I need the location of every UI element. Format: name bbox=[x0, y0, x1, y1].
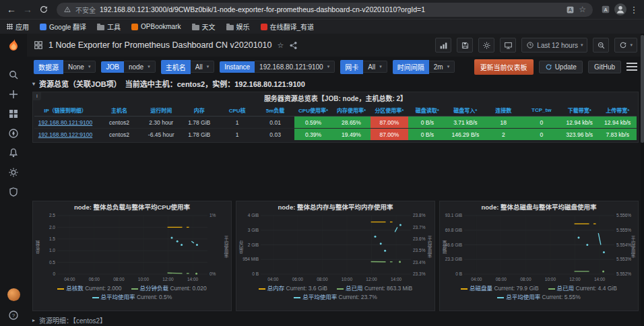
svg-text:23.5%: 23.5% bbox=[413, 248, 426, 253]
bookmark-item[interactable]: OPBookmark bbox=[131, 23, 181, 30]
svg-text:93.1 GiB: 93.1 GiB bbox=[445, 213, 462, 218]
bookmark-item[interactable]: 天文 bbox=[192, 22, 216, 32]
table-header-cell[interactable]: 分区使用率* bbox=[371, 104, 408, 117]
scrollbar-thumb[interactable] bbox=[641, 35, 644, 143]
variable-value-dropdown[interactable]: 2m▾ bbox=[429, 61, 455, 73]
row-resource-overview[interactable]: ▾ 资源总览（关联JOB项） 当前选中主机：centos2，实例：192.168… bbox=[32, 77, 639, 90]
legend-item[interactable]: 总磁盘量 Current: 79.9 GiB bbox=[461, 284, 539, 293]
add-panel-button[interactable] bbox=[435, 38, 451, 53]
refresh-button[interactable]: ▾ bbox=[614, 38, 637, 53]
legend-item[interactable]: 总平均使用率 Current: 0.5% bbox=[92, 293, 172, 302]
table-header-cell[interactable]: 连接数 bbox=[484, 104, 522, 117]
update-button[interactable]: Update bbox=[539, 61, 583, 73]
bookmark-star-icon[interactable]: ☆ bbox=[579, 5, 586, 14]
table-cell: 0.03 bbox=[256, 129, 294, 141]
bookmark-item[interactable]: 工具 bbox=[97, 22, 121, 32]
svg-text:954 MiB: 954 MiB bbox=[243, 257, 259, 261]
translate-page-icon[interactable]: A bbox=[566, 5, 575, 14]
table-panel: i 服务器资源总览表【JOB: node，主机总数: 2】 IP（链接到明细）主… bbox=[32, 92, 639, 143]
menu-hamburger-icon[interactable] bbox=[626, 63, 637, 71]
svg-text:1%: 1% bbox=[210, 213, 216, 218]
legend-item[interactable]: 总已用 Current: 863.3 MiB bbox=[337, 284, 412, 293]
svg-text:14:00: 14:00 bbox=[391, 277, 402, 282]
bookmark-item[interactable]: Google 翻译 bbox=[40, 22, 86, 32]
variable-value-dropdown[interactable]: None▾ bbox=[63, 61, 96, 73]
legend-item[interactable]: 总平均使用率 Current: 5.55% bbox=[497, 293, 581, 302]
search-icon[interactable] bbox=[8, 69, 19, 80]
save-dashboard-button[interactable] bbox=[457, 38, 473, 53]
tv-mode-button[interactable] bbox=[500, 38, 516, 53]
table-header-cell[interactable]: 5m负载 bbox=[256, 104, 294, 117]
legend-item[interactable]: 总已用 Current: 4.4 GiB bbox=[548, 284, 617, 293]
table-cell[interactable]: 192.168.80.121:9100 bbox=[34, 117, 96, 129]
github-button[interactable]: GitHub bbox=[588, 61, 621, 73]
share-icon[interactable] bbox=[289, 41, 298, 50]
address-bar[interactable]: 不安全 192.168.80.121:3000/d/9CWBz0bik/1-no… bbox=[57, 3, 593, 17]
y-axis-label-right: 平均使用率 bbox=[629, 236, 636, 259]
chevron-down-icon: ▾ bbox=[88, 64, 91, 69]
reload-icon[interactable] bbox=[36, 2, 51, 17]
legend-item[interactable]: 总平均使用率 Current: 23.7% bbox=[294, 293, 377, 302]
panel-title[interactable]: node: 整体总内存与整体平均内存使用率 bbox=[236, 202, 434, 212]
table-header-cell[interactable]: 主机名 bbox=[96, 104, 142, 117]
bookmark-item[interactable]: 娱乐 bbox=[226, 22, 250, 32]
panel-title[interactable]: node: 整体总负载与整体平均CPU使用率 bbox=[33, 202, 231, 212]
variable-value-dropdown[interactable]: All▾ bbox=[191, 61, 215, 73]
table-header-cell[interactable]: 内存使用率* bbox=[332, 104, 370, 117]
svg-text:10:00: 10:00 bbox=[138, 277, 150, 282]
table-header-cell[interactable]: 磁盘写入* bbox=[447, 104, 484, 117]
ip-link[interactable]: 192.168.80.122:9100 bbox=[38, 131, 92, 138]
chart-panel-cpu: node: 整体总负载与整体平均CPU使用率 总负载 平均使用率 2.52.01… bbox=[32, 201, 232, 311]
browser-menu-icon[interactable]: ⋮ bbox=[628, 5, 640, 15]
row-resource-detail[interactable]: ▸ 资源明细：【centos2】 bbox=[32, 314, 639, 326]
panel-title[interactable]: node: 整体总磁盘与整体平均磁盘使用率 bbox=[440, 202, 638, 212]
grafana-logo-icon[interactable] bbox=[5, 38, 22, 54]
legend-item[interactable]: 总分钟负载 Current: 0.020 bbox=[131, 284, 207, 293]
variable-value-dropdown[interactable]: node▾ bbox=[124, 61, 156, 73]
help-icon[interactable]: ? bbox=[8, 310, 19, 321]
table-header-cell[interactable]: 运行时间 bbox=[142, 104, 180, 117]
table-header-cell[interactable]: CPU核 bbox=[218, 104, 256, 117]
time-range-picker[interactable]: Last 12 hours ▾ bbox=[521, 38, 587, 53]
explore-compass-icon[interactable] bbox=[8, 128, 19, 139]
table-header-cell[interactable]: 上传带宽* bbox=[598, 104, 637, 117]
dashboard-settings-button[interactable] bbox=[478, 38, 494, 53]
table-header-cell[interactable]: 内存 bbox=[180, 104, 218, 117]
zoom-out-button[interactable] bbox=[593, 38, 609, 53]
legend-item[interactable]: 总内存 Current: 3.6 GiB bbox=[259, 284, 327, 293]
server-admin-shield-icon[interactable] bbox=[8, 187, 19, 197]
table-header-cell[interactable]: IP（链接到明细） bbox=[34, 104, 96, 117]
table-cell: 0 B/s bbox=[408, 129, 446, 141]
table-header-cell[interactable]: 磁盘读取* bbox=[408, 104, 446, 117]
forward-icon[interactable]: → bbox=[20, 2, 35, 17]
bookmark-item[interactable]: 在线翻译_有道 bbox=[261, 22, 315, 32]
table-header-cell[interactable]: TCP_tw bbox=[523, 104, 560, 117]
ip-link[interactable]: 192.168.80.121:9100 bbox=[38, 119, 92, 126]
variable-value-dropdown[interactable]: All▾ bbox=[363, 61, 387, 73]
variable-instance: Instance 192.168.80.121:9100▾ bbox=[220, 61, 335, 73]
back-icon[interactable]: ← bbox=[4, 2, 19, 17]
table-cell[interactable]: 192.168.80.122:9100 bbox=[34, 129, 96, 141]
configuration-gear-icon[interactable] bbox=[8, 167, 19, 178]
favorite-star-icon[interactable]: ☆ bbox=[277, 41, 284, 50]
create-plus-icon[interactable] bbox=[8, 89, 19, 100]
page-scrollbar bbox=[641, 34, 644, 326]
update-dashboard-button[interactable]: 更新当前仪表板 bbox=[474, 59, 534, 75]
user-avatar[interactable] bbox=[7, 288, 20, 301]
bookmark-apps[interactable]: 应用 bbox=[7, 22, 29, 32]
alerting-bell-icon[interactable] bbox=[8, 148, 19, 158]
panel-info-icon[interactable]: i bbox=[33, 92, 41, 100]
svg-text:4 GiB: 4 GiB bbox=[248, 213, 259, 218]
refresh-icon bbox=[545, 63, 552, 71]
table-header-cell[interactable]: 下载带宽* bbox=[560, 104, 598, 117]
svg-text:12:00: 12:00 bbox=[162, 277, 174, 282]
panel-title[interactable]: 服务器资源总览表【JOB: node，主机总数: 2】 bbox=[34, 94, 637, 104]
table-cell: centos2 bbox=[96, 117, 142, 129]
variable-value-dropdown[interactable]: 192.168.80.121:9100▾ bbox=[255, 61, 335, 73]
browser-profile-avatar[interactable] bbox=[614, 3, 626, 15]
extension-icon[interactable]: A bbox=[598, 2, 613, 17]
variable-nic: 网卡 All▾ bbox=[340, 60, 387, 74]
dashboards-icon[interactable] bbox=[8, 108, 19, 119]
legend-item[interactable]: 总核数 Current: 2.000 bbox=[57, 284, 121, 293]
table-header-cell[interactable]: CPU使用率* bbox=[294, 104, 332, 117]
